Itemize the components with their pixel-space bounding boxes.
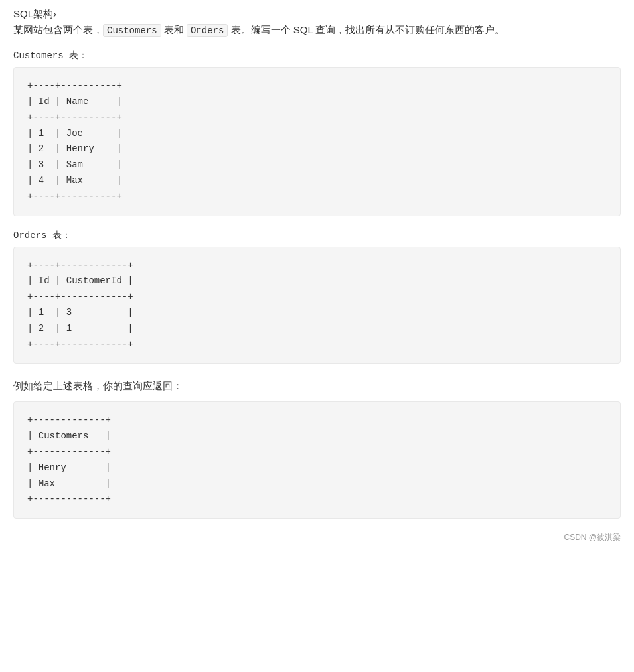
customers-label: Customers 表：	[13, 50, 621, 62]
desc-text1: 某网站包含两个表，	[13, 24, 103, 35]
result-table: +-------------+ | Customers | +---------…	[13, 401, 621, 519]
breadcrumb-arrow: ›	[53, 8, 56, 19]
customers-table: +----+----------+ | Id | Name | +----+--…	[13, 67, 621, 216]
desc-table1: Customers	[103, 24, 161, 37]
desc-middle1: 表和	[161, 24, 187, 35]
orders-table: +----+------------+ | Id | CustomerId | …	[13, 247, 621, 364]
breadcrumb: SQL架构›	[13, 8, 621, 21]
result-description: 例如给定上述表格，你的查询应返回：	[13, 377, 621, 395]
desc-middle2: 表。编写一个 SQL 查询，找出所有从不订购任何东西的客户。	[228, 24, 505, 35]
breadcrumb-text: SQL架构	[13, 8, 53, 19]
orders-label: Orders 表：	[13, 230, 621, 241]
desc-table2: Orders	[187, 24, 228, 37]
description: 某网站包含两个表，Customers 表和 Orders 表。编写一个 SQL …	[13, 21, 621, 39]
watermark: CSDN @彼淇梁	[13, 532, 621, 543]
